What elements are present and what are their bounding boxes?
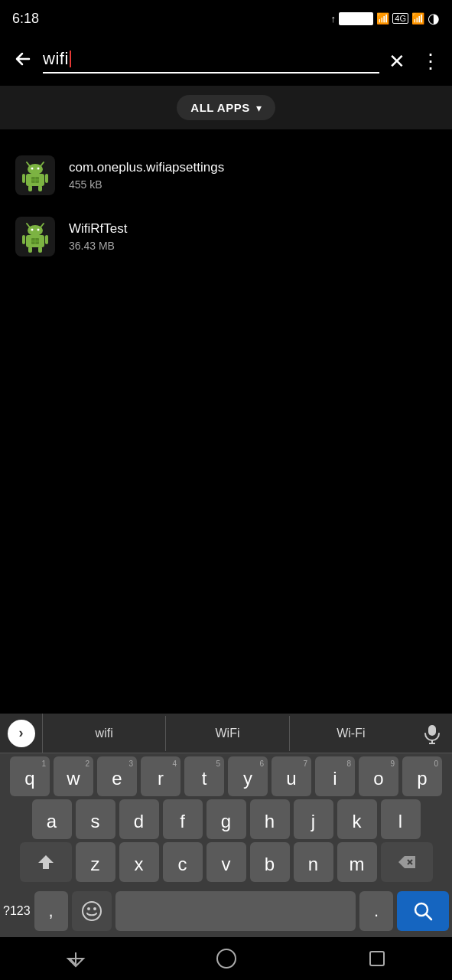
space-key[interactable] [115, 891, 356, 931]
app-name: com.oneplus.wifiapsettings [69, 160, 224, 175]
key-a[interactable]: a [32, 799, 72, 839]
list-item[interactable]: com.oneplus.wifiapsettings 455 kB [0, 145, 452, 206]
svg-rect-9 [28, 185, 32, 191]
key-rows: 1q 2w 3e 4r 5t 6y 7u 8i 9o 0p a s d f g … [0, 753, 452, 888]
volte-badge: VoLTE [339, 12, 373, 25]
key-q[interactable]: 1q [10, 756, 50, 796]
search-input[interactable]: wifi [43, 49, 379, 74]
status-time: 6:18 [12, 11, 39, 27]
key-d[interactable]: d [119, 799, 159, 839]
search-bar: wifi ✕ ⋮ [0, 37, 452, 86]
key-y[interactable]: 6y [228, 756, 268, 796]
shift-key[interactable] [20, 842, 72, 882]
key-r[interactable]: 4r [141, 756, 180, 796]
app-info: WifiRfTest 36.43 MB [69, 221, 128, 252]
svg-rect-40 [370, 952, 384, 965]
app-name: WifiRfTest [69, 221, 128, 237]
search-text: wifi [43, 49, 69, 69]
comma-key[interactable]: , [34, 891, 68, 931]
key-b[interactable]: b [250, 842, 290, 882]
key-u[interactable]: 7u [272, 756, 311, 796]
svg-point-3 [28, 164, 43, 175]
key-row-2: a s d f g h j k l [2, 799, 450, 839]
svg-rect-22 [45, 235, 48, 244]
keyboard: › wifi WiFi Wi-Fi 1q 2w 3e 4r 5t 6y 7u [0, 714, 452, 937]
app-info: com.oneplus.wifiapsettings 455 kB [69, 160, 224, 191]
key-w[interactable]: 2w [54, 756, 93, 796]
search-button[interactable] [397, 891, 449, 931]
nav-bar [0, 937, 452, 980]
svg-point-4 [31, 168, 34, 170]
key-t[interactable]: 5t [184, 756, 224, 796]
svg-line-37 [426, 914, 431, 920]
emoji-key[interactable] [72, 891, 112, 931]
svg-point-39 [217, 949, 236, 968]
key-h[interactable]: h [250, 799, 290, 839]
more-options-button[interactable]: ⋮ [421, 50, 440, 74]
signal-icon: 📶 [376, 12, 389, 24]
nav-back-button[interactable] [53, 943, 99, 974]
svg-point-18 [31, 229, 34, 231]
filter-row: ALL APPS ▾ [0, 86, 452, 129]
suggestions-row: › wifi WiFi Wi-Fi [0, 714, 452, 753]
suggestion-3[interactable]: Wi-Fi [290, 716, 412, 751]
key-l[interactable]: l [381, 799, 421, 839]
upload-icon: ↑ [331, 13, 337, 24]
delete-key[interactable] [381, 842, 433, 882]
key-n[interactable]: n [294, 842, 333, 882]
suggest-expand-button[interactable]: › [0, 714, 43, 753]
suggestion-1[interactable]: wifi [43, 716, 166, 751]
svg-point-35 [93, 907, 96, 910]
key-e[interactable]: 3e [97, 756, 137, 796]
svg-rect-23 [28, 247, 32, 253]
suggest-items: wifi WiFi Wi-Fi [43, 716, 412, 751]
status-bar: 6:18 ↑ VoLTE 📶 4G 📶 ◑ [0, 0, 452, 37]
list-item[interactable]: WifiRfTest 36.43 MB [0, 206, 452, 267]
filter-label: ALL APPS [190, 101, 249, 114]
key-z[interactable]: z [76, 842, 115, 882]
status-icons: ↑ VoLTE 📶 4G 📶 ◑ [331, 10, 440, 27]
filter-dropdown[interactable]: ALL APPS ▾ [177, 95, 275, 120]
4g-icon: 4G [392, 13, 408, 24]
period-key[interactable]: . [359, 891, 393, 931]
bottom-row: ?123 , . [0, 888, 452, 937]
battery-icon: ◑ [428, 10, 440, 27]
key-j[interactable]: j [294, 799, 333, 839]
suggestion-2[interactable]: WiFi [166, 716, 289, 751]
search-actions: ✕ ⋮ [389, 50, 440, 74]
svg-rect-8 [45, 174, 48, 183]
nav-home-button[interactable] [203, 943, 249, 974]
back-button[interactable] [12, 48, 34, 74]
key-row-1: 1q 2w 3e 4r 5t 6y 7u 8i 9o 0p [2, 756, 450, 796]
clear-button[interactable]: ✕ [389, 50, 405, 74]
app-list: com.oneplus.wifiapsettings 455 kB [0, 129, 452, 283]
svg-point-33 [83, 902, 101, 920]
text-cursor [70, 51, 71, 67]
key-v[interactable]: v [206, 842, 246, 882]
key-k[interactable]: k [337, 799, 377, 839]
svg-point-34 [87, 907, 90, 910]
key-p[interactable]: 0p [402, 756, 442, 796]
key-f[interactable]: f [163, 799, 203, 839]
svg-point-5 [37, 168, 40, 170]
key-o[interactable]: 9o [359, 756, 398, 796]
key-row-3: z x c v b n m [2, 842, 450, 882]
svg-point-19 [37, 229, 40, 231]
symbols-key[interactable]: ?123 [3, 904, 31, 918]
key-s[interactable]: s [76, 799, 115, 839]
svg-rect-28 [428, 725, 436, 736]
svg-rect-7 [22, 174, 25, 183]
key-x[interactable]: x [119, 842, 159, 882]
key-g[interactable]: g [206, 799, 246, 839]
svg-rect-24 [38, 247, 42, 253]
key-i[interactable]: 8i [315, 756, 355, 796]
app-size: 455 kB [69, 178, 224, 191]
nav-recent-button[interactable] [354, 943, 400, 974]
key-c[interactable]: c [163, 842, 203, 882]
svg-rect-10 [38, 185, 42, 191]
voice-input-button[interactable] [412, 714, 452, 753]
key-m[interactable]: m [337, 842, 377, 882]
svg-rect-21 [22, 235, 25, 244]
app-size: 36.43 MB [69, 240, 128, 252]
app-icon [15, 217, 55, 256]
